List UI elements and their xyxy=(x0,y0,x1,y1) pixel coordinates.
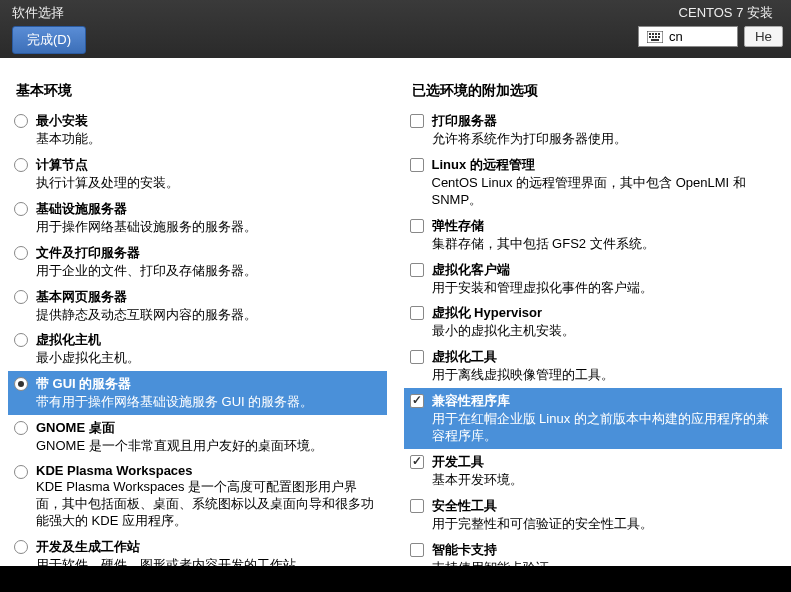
item-desc: 执行计算及处理的安装。 xyxy=(36,175,381,192)
item-text: 兼容性程序库用于在红帽企业版 Linux 的之前版本中构建的应用程序的兼容程序库… xyxy=(432,392,777,445)
checkbox-icon[interactable] xyxy=(410,158,424,172)
done-button[interactable]: 完成(D) xyxy=(12,26,86,54)
item-text: 基本网页服务器提供静态及动态互联网内容的服务器。 xyxy=(36,288,381,324)
addons-list[interactable]: 打印服务器允许将系统作为打印服务器使用。Linux 的远程管理CentOS Li… xyxy=(404,108,784,566)
addon-item[interactable]: 开发工具基本开发环境。 xyxy=(404,449,783,493)
item-desc: 提供静态及动态互联网内容的服务器。 xyxy=(36,307,381,324)
item-title: 弹性存储 xyxy=(432,217,777,235)
checkbox-icon[interactable] xyxy=(410,350,424,364)
environment-item[interactable]: 文件及打印服务器用于企业的文件、打印及存储服务器。 xyxy=(8,240,387,284)
item-desc: 允许将系统作为打印服务器使用。 xyxy=(432,131,777,148)
radio-icon[interactable] xyxy=(14,114,28,128)
checkbox-icon[interactable] xyxy=(410,499,424,513)
item-desc: CentOS Linux 的远程管理界面，其中包含 OpenLMI 和 SNMP… xyxy=(432,175,777,209)
item-desc: 用于软件、硬件、图形或者内容开发的工作站。 xyxy=(36,557,381,566)
item-title: 打印服务器 xyxy=(432,112,777,130)
item-desc: 最小的虚拟化主机安装。 xyxy=(432,323,777,340)
environment-item[interactable]: KDE Plasma WorkspacesKDE Plasma Workspac… xyxy=(8,459,387,534)
svg-rect-2 xyxy=(652,33,654,35)
item-desc: 用于操作网络基础设施服务的服务器。 xyxy=(36,219,381,236)
checkbox-icon[interactable] xyxy=(410,114,424,128)
item-text: Linux 的远程管理CentOS Linux 的远程管理界面，其中包含 Ope… xyxy=(432,156,777,209)
addons-header: 已选环境的附加选项 xyxy=(404,78,784,108)
radio-icon[interactable] xyxy=(14,377,28,391)
item-title: 开发工具 xyxy=(432,453,777,471)
addon-item[interactable]: 虚拟化工具用于离线虚拟映像管理的工具。 xyxy=(404,344,783,388)
item-title: 安全性工具 xyxy=(432,497,777,515)
addon-item[interactable]: 安全性工具用于完整性和可信验证的安全性工具。 xyxy=(404,493,783,537)
environment-item[interactable]: 带 GUI 的服务器带有用于操作网络基础设施服务 GUI 的服务器。 xyxy=(8,371,387,415)
item-title: 开发及生成工作站 xyxy=(36,538,381,556)
environment-item[interactable]: 基础设施服务器用于操作网络基础设施服务的服务器。 xyxy=(8,196,387,240)
help-button[interactable]: He xyxy=(744,26,783,47)
environment-item[interactable]: GNOME 桌面GNOME 是一个非常直观且用户友好的桌面环境。 xyxy=(8,415,387,459)
keyboard-indicator[interactable]: cn xyxy=(638,26,738,47)
radio-icon[interactable] xyxy=(14,465,28,479)
checkbox-icon[interactable] xyxy=(410,455,424,469)
item-desc: 集群存储，其中包括 GFS2 文件系统。 xyxy=(432,236,777,253)
environment-item[interactable]: 计算节点执行计算及处理的安装。 xyxy=(8,152,387,196)
content-area: 基本环境 最小安装基本功能。计算节点执行计算及处理的安装。基础设施服务器用于操作… xyxy=(0,58,791,566)
radio-icon[interactable] xyxy=(14,246,28,260)
addon-item[interactable]: 弹性存储集群存储，其中包括 GFS2 文件系统。 xyxy=(404,213,783,257)
bottom-bar xyxy=(0,566,791,592)
item-text: 最小安装基本功能。 xyxy=(36,112,381,148)
environment-item[interactable]: 开发及生成工作站用于软件、硬件、图形或者内容开发的工作站。 xyxy=(8,534,387,566)
item-title: 带 GUI 的服务器 xyxy=(36,375,381,393)
addon-item[interactable]: Linux 的远程管理CentOS Linux 的远程管理界面，其中包含 Ope… xyxy=(404,152,783,213)
checkbox-icon[interactable] xyxy=(410,394,424,408)
svg-rect-9 xyxy=(651,39,659,41)
addon-item[interactable]: 打印服务器允许将系统作为打印服务器使用。 xyxy=(404,108,783,152)
svg-rect-4 xyxy=(658,33,660,35)
item-text: 安全性工具用于完整性和可信验证的安全性工具。 xyxy=(432,497,777,533)
item-desc: 基本开发环境。 xyxy=(432,472,777,489)
item-title: 虚拟化工具 xyxy=(432,348,777,366)
item-title: 计算节点 xyxy=(36,156,381,174)
item-text: 虚拟化主机最小虚拟化主机。 xyxy=(36,331,381,367)
item-desc: GNOME 是一个非常直观且用户友好的桌面环境。 xyxy=(36,438,381,455)
item-text: 打印服务器允许将系统作为打印服务器使用。 xyxy=(432,112,777,148)
checkbox-icon[interactable] xyxy=(410,219,424,233)
item-desc: 用于企业的文件、打印及存储服务器。 xyxy=(36,263,381,280)
radio-icon[interactable] xyxy=(14,290,28,304)
environments-column: 基本环境 最小安装基本功能。计算节点执行计算及处理的安装。基础设施服务器用于操作… xyxy=(0,78,396,566)
item-title: 虚拟化 Hypervisor xyxy=(432,304,777,322)
item-desc: 最小虚拟化主机。 xyxy=(36,350,381,367)
radio-icon[interactable] xyxy=(14,540,28,554)
checkbox-icon[interactable] xyxy=(410,306,424,320)
environment-item[interactable]: 最小安装基本功能。 xyxy=(8,108,387,152)
environments-header: 基本环境 xyxy=(8,78,388,108)
radio-icon[interactable] xyxy=(14,202,28,216)
item-title: 文件及打印服务器 xyxy=(36,244,381,262)
item-title: 兼容性程序库 xyxy=(432,392,777,410)
radio-icon[interactable] xyxy=(14,421,28,435)
svg-rect-1 xyxy=(649,33,651,35)
item-text: 开发及生成工作站用于软件、硬件、图形或者内容开发的工作站。 xyxy=(36,538,381,566)
item-desc: 基本功能。 xyxy=(36,131,381,148)
item-title: 虚拟化主机 xyxy=(36,331,381,349)
addon-item[interactable]: 兼容性程序库用于在红帽企业版 Linux 的之前版本中构建的应用程序的兼容程序库… xyxy=(404,388,783,449)
environment-item[interactable]: 基本网页服务器提供静态及动态互联网内容的服务器。 xyxy=(8,284,387,328)
checkbox-icon[interactable] xyxy=(410,263,424,277)
item-text: KDE Plasma WorkspacesKDE Plasma Workspac… xyxy=(36,463,381,530)
checkbox-icon[interactable] xyxy=(410,543,424,557)
addon-item[interactable]: 虚拟化 Hypervisor最小的虚拟化主机安装。 xyxy=(404,300,783,344)
page-title: 软件选择 xyxy=(12,4,86,22)
radio-icon[interactable] xyxy=(14,158,28,172)
item-text: 虚拟化 Hypervisor最小的虚拟化主机安装。 xyxy=(432,304,777,340)
item-title: GNOME 桌面 xyxy=(36,419,381,437)
keyboard-layout-label: cn xyxy=(669,29,683,44)
radio-icon[interactable] xyxy=(14,333,28,347)
item-title: KDE Plasma Workspaces xyxy=(36,463,381,478)
environments-list[interactable]: 最小安装基本功能。计算节点执行计算及处理的安装。基础设施服务器用于操作网络基础设… xyxy=(8,108,388,566)
topbar-left: 软件选择 完成(D) xyxy=(0,0,98,58)
item-text: 虚拟化客户端用于安装和管理虚拟化事件的客户端。 xyxy=(432,261,777,297)
top-bar: 软件选择 完成(D) CENTOS 7 安装 cn He xyxy=(0,0,791,58)
item-text: GNOME 桌面GNOME 是一个非常直观且用户友好的桌面环境。 xyxy=(36,419,381,455)
item-title: 智能卡支持 xyxy=(432,541,777,559)
item-desc: KDE Plasma Workspaces 是一个高度可配置图形用户界面，其中包… xyxy=(36,479,381,530)
addon-item[interactable]: 智能卡支持支持使用智能卡验证。 xyxy=(404,537,783,566)
addon-item[interactable]: 虚拟化客户端用于安装和管理虚拟化事件的客户端。 xyxy=(404,257,783,301)
svg-rect-8 xyxy=(658,36,660,38)
environment-item[interactable]: 虚拟化主机最小虚拟化主机。 xyxy=(8,327,387,371)
